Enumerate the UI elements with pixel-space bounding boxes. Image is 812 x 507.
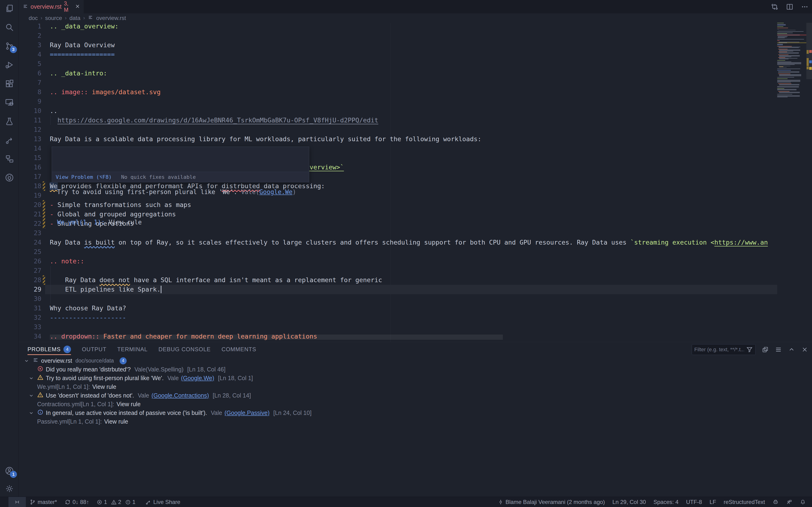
editor[interactable]: 1234567891011121314151617181920212223242… [19, 23, 812, 342]
chevron-down-icon[interactable] [28, 393, 35, 398]
live-share-status[interactable]: Live Share [141, 497, 184, 507]
code-line-3[interactable]: Ray Data Overview [50, 41, 115, 50]
breadcrumb-item-source[interactable]: source [45, 15, 62, 21]
chevron-down-icon[interactable] [28, 376, 35, 381]
problems-file-path: doc/source/data [75, 357, 114, 364]
close-panel-icon[interactable] [801, 346, 808, 353]
git-blame-status[interactable]: Blame Balaji Veeramani (2 months ago) [494, 497, 609, 507]
vertical-scrollbar[interactable] [806, 23, 812, 342]
problem-row[interactable]: Try to avoid using first-person plural l… [19, 374, 812, 383]
hover-view-rule-action[interactable]: View rule [109, 219, 142, 226]
copilot-icon[interactable] [769, 497, 782, 507]
tab-overview-rst[interactable]: overview.rst 3, M [19, 0, 83, 13]
maximize-panel-icon[interactable] [788, 346, 795, 353]
github-icon[interactable] [4, 172, 15, 183]
indentation-status[interactable]: Spaces: 4 [650, 497, 682, 507]
filter-funnel-icon[interactable] [746, 346, 753, 353]
git-modified-marker [43, 275, 45, 285]
text-cursor [161, 286, 161, 293]
cursor-position-status[interactable]: Ln 29, Col 30 [608, 497, 650, 507]
code-line-32[interactable]: -------------------- [50, 313, 126, 322]
git-branch-status[interactable]: master* [26, 497, 61, 507]
panel-tabs: PROBLEMS4OUTPUTTERMINALDEBUG CONSOLECOMM… [27, 342, 256, 356]
minimap-line [779, 53, 799, 54]
structure-icon[interactable] [4, 153, 15, 164]
feedback-icon[interactable] [782, 497, 796, 507]
code-line-11[interactable]: https://docs.google.com/drawings/d/16AwJ… [50, 116, 378, 125]
language-mode-status[interactable]: reStructuredText [720, 497, 769, 507]
problem-row[interactable]: In general, use active voice instead of … [19, 408, 812, 417]
rule-file-location: We.yml[Ln 1, Col 1]: [37, 383, 90, 390]
problem-rule-link[interactable]: (Google.Contractions) [152, 392, 209, 399]
testing-icon[interactable] [4, 116, 15, 127]
panel-tab-debug-console[interactable]: DEBUG CONSOLE [158, 342, 211, 356]
view-as-table-icon[interactable] [775, 346, 782, 353]
breadcrumb-item-doc[interactable]: doc [28, 15, 38, 21]
line-number: 2 [19, 31, 41, 41]
code-line-28[interactable]: Ray Data does not have a SQL interface a… [50, 275, 382, 285]
collapse-all-icon[interactable] [762, 346, 769, 353]
minimap-line [777, 88, 784, 89]
panel-tab-comments[interactable]: COMMENTS [222, 342, 256, 356]
code-line-1[interactable]: .. _data_overview: [50, 23, 119, 31]
view-rule-action[interactable]: View rule [117, 401, 140, 408]
accounts-icon[interactable]: 1 [4, 465, 15, 476]
eol-status[interactable]: LF [706, 497, 720, 507]
problem-rule-row[interactable]: Contractions.yml[Ln 1, Col 1]: View rule [19, 400, 812, 408]
encoding-status[interactable]: UTF-8 [682, 497, 706, 507]
open-changes-icon[interactable] [771, 3, 778, 11]
search-icon[interactable] [4, 21, 15, 33]
notifications-bell-icon[interactable] [796, 497, 810, 507]
panel-tab-output[interactable]: OUTPUT [82, 342, 106, 356]
split-editor-icon[interactable] [786, 3, 794, 11]
code-line-6[interactable]: .. _data-intro: [50, 69, 107, 78]
source-control-icon[interactable]: 3 [4, 41, 15, 52]
problems-file-row[interactable]: overview.rstdoc/source/data4 [19, 356, 812, 365]
problem-rule-row[interactable]: Passive.yml[Ln 1, Col 1]: View rule [19, 417, 812, 426]
code-line-4[interactable]: ================= [50, 50, 115, 59]
view-rule-action[interactable]: View rule [104, 418, 128, 425]
problem-row[interactable]: Use 'doesn't' instead of 'does not'.Vale… [19, 391, 812, 400]
code-line-10[interactable]: .. [50, 106, 58, 116]
code-line-8[interactable]: .. image:: images/dataset.svg [50, 88, 161, 97]
breadcrumb-item-overview.rst[interactable]: overview.rst [96, 15, 126, 21]
problems-status[interactable]: 1 2 1 [93, 497, 141, 507]
code-line-29[interactable]: ETL pipelines like Spark. [50, 285, 161, 294]
minimap[interactable] [777, 23, 806, 342]
run-and-debug-icon[interactable] [4, 59, 15, 70]
chevron-down-icon[interactable] [28, 410, 35, 415]
hover-rule-link[interactable]: Google.We [259, 188, 293, 195]
code-line-13[interactable]: Ray Data is a scalable data processing l… [50, 134, 481, 144]
minimap-line [777, 80, 800, 81]
remote-explorer-icon[interactable] [4, 97, 15, 108]
git-sync-status[interactable]: 0↓ 88↑ [61, 497, 93, 507]
explorer-icon[interactable] [4, 3, 15, 14]
panel-tab-terminal[interactable]: TERMINAL [117, 342, 148, 356]
problem-rule-row[interactable]: We.yml[Ln 1, Col 1]: View rule [19, 383, 812, 391]
hover-message: Try to avoid using first-person plural l… [57, 188, 304, 196]
view-problem-action[interactable]: View Problem (⌥F8) [56, 172, 112, 182]
horizontal-scrollbar[interactable] [50, 335, 503, 340]
problem-location: [Ln 28, Col 14] [213, 392, 251, 399]
panel-tab-problems[interactable]: PROBLEMS4 [27, 342, 71, 356]
rst-file-icon [33, 357, 39, 364]
editor-ruler [390, 23, 391, 342]
filter-input[interactable] [694, 346, 744, 353]
problem-rule-link[interactable]: (Google.We) [181, 375, 214, 382]
problem-row[interactable]: Did you really mean 'distrbuted'?Vale(Va… [19, 365, 812, 374]
minimap-line [779, 84, 799, 84]
minimap-line [778, 49, 788, 49]
extensions-icon[interactable] [4, 78, 15, 89]
remote-indicator[interactable] [8, 497, 26, 507]
settings-gear-icon[interactable] [4, 483, 15, 494]
problem-rule-link[interactable]: (Google.Passive) [224, 409, 270, 416]
close-icon[interactable] [75, 4, 80, 10]
code-line-31[interactable]: Why choose Ray Data? [50, 303, 126, 313]
live-share-icon[interactable] [4, 134, 15, 146]
view-rule-action[interactable]: View rule [92, 383, 116, 390]
line-number: 23 [19, 228, 41, 238]
breadcrumb-item-data[interactable]: data [69, 15, 80, 21]
more-actions-icon[interactable] [801, 3, 809, 11]
problems-filter[interactable] [692, 344, 756, 355]
chevron-down-icon[interactable] [24, 358, 30, 363]
